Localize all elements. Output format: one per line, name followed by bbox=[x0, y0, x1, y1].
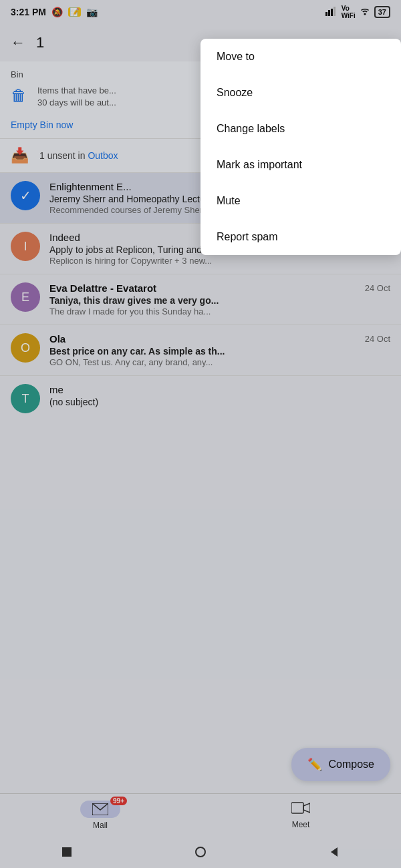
context-menu: Move to Snooze Change labels Mark as imp… bbox=[200, 39, 401, 255]
menu-item-report-spam[interactable]: Report spam bbox=[200, 219, 401, 255]
menu-item-snooze[interactable]: Snooze bbox=[200, 75, 401, 111]
menu-item-move-to[interactable]: Move to bbox=[200, 39, 401, 75]
menu-item-mark-important[interactable]: Mark as important bbox=[200, 147, 401, 183]
menu-item-mute[interactable]: Mute bbox=[200, 183, 401, 219]
menu-item-change-labels[interactable]: Change labels bbox=[200, 111, 401, 147]
